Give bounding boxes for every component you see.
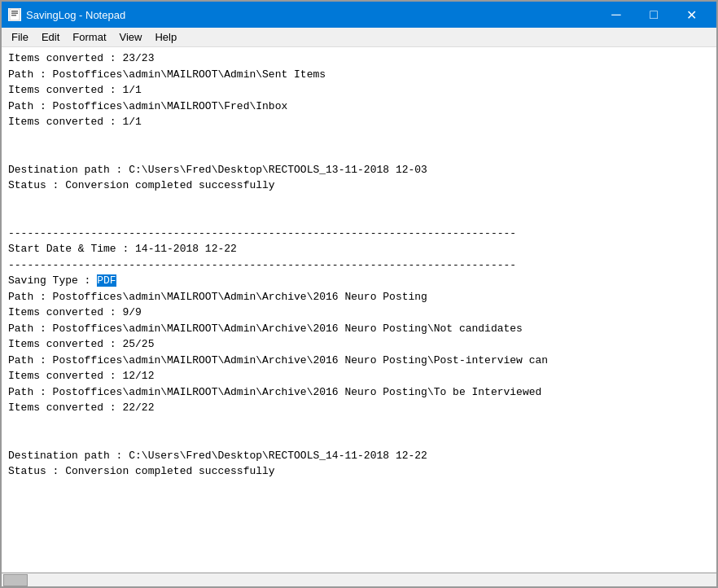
text-editor[interactable]: Items converted : 23/23 Path : Postoffic…: [2, 47, 716, 573]
svg-rect-2: [11, 13, 18, 15]
menu-bar: File Edit Format View Help: [2, 28, 716, 47]
text-content: Items converted : 23/23 Path : Postoffic…: [8, 50, 710, 480]
title-bar: SavingLog - Notepad ─ □ ✕: [2, 2, 716, 28]
main-window: SavingLog - Notepad ─ □ ✕ File Edit Form…: [0, 0, 718, 588]
window-title: SavingLog - Notepad: [26, 9, 598, 21]
menu-help[interactable]: Help: [148, 29, 183, 45]
h-scrollbar-thumb[interactable]: [3, 574, 28, 586]
menu-file[interactable]: File: [5, 29, 35, 45]
window-controls: ─ □ ✕: [598, 2, 710, 28]
svg-rect-3: [11, 15, 16, 16]
menu-edit[interactable]: Edit: [35, 29, 66, 45]
pdf-highlight: PDF: [97, 274, 116, 287]
minimize-button[interactable]: ─: [598, 2, 635, 28]
horizontal-scrollbar[interactable]: [2, 573, 716, 586]
menu-view[interactable]: View: [113, 29, 149, 45]
app-icon: [8, 8, 21, 21]
menu-format[interactable]: Format: [66, 29, 112, 45]
svg-rect-1: [11, 11, 18, 12]
line-1: Items converted : 23/23 Path : Postoffic…: [8, 52, 548, 477]
maximize-button[interactable]: □: [635, 2, 672, 28]
close-button[interactable]: ✕: [672, 2, 710, 28]
